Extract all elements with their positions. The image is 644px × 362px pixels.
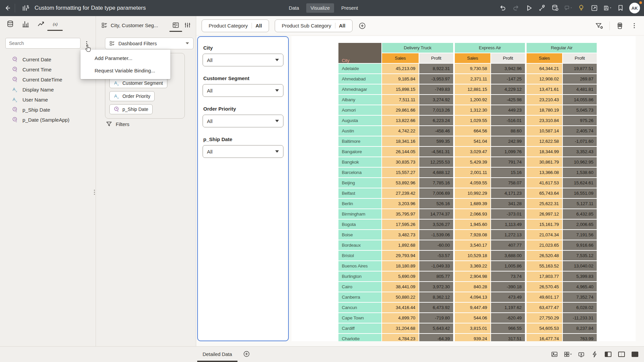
value-cell[interactable]: 1,312.30 [454,105,490,115]
insights-icon[interactable] [577,4,586,12]
value-cell[interactable]: 7,785.16 [419,178,453,188]
filters-section[interactable]: Filters [106,121,129,127]
canvas-tab-detailed-data[interactable]: Detailed Data [197,347,237,362]
city-cell[interactable]: Baltimore [338,136,381,146]
value-cell[interactable]: 805.77 [419,272,453,281]
value-cell[interactable]: 7,352.74 [563,292,597,302]
city-cell[interactable]: Aomori [338,105,381,115]
value-cell[interactable]: 664.56 [454,126,490,136]
value-cell[interactable]: 4,742.22 [382,126,419,136]
value-cell[interactable]: 2,006.65 [563,220,597,229]
city-cell[interactable]: Belfast [338,188,381,198]
value-cell[interactable]: 12,908.02 [526,74,562,84]
value-cell[interactable]: 13,366.08 [526,168,562,177]
value-cell[interactable]: 4,059.55 [454,178,490,188]
profit-column-header[interactable]: Profit [419,53,453,63]
value-cell[interactable]: 544.06 [454,313,490,323]
group-header[interactable]: Delivery Truck [382,43,453,53]
value-cell[interactable]: 18,341.16 [382,136,419,146]
value-cell[interactable]: 12,881.15 [454,84,490,94]
comments-icon[interactable] [564,4,573,12]
value-cell[interactable]: 7,006.69 [419,188,453,198]
filter-settings-icon[interactable] [595,21,604,30]
value-cell[interactable]: 4,094.13 [454,292,490,302]
city-cell[interactable]: Berlin [338,199,381,208]
value-cell[interactable]: 25,622.31 [526,199,562,208]
layout-split-icon[interactable] [617,350,626,359]
value-cell[interactable]: 1,029.55 [454,116,490,125]
value-cell[interactable]: 9,447.49 [454,303,490,312]
value-cell[interactable]: 2,405.74 [563,126,597,136]
value-cell[interactable]: 3,203.96 [382,199,419,208]
table-corner-header[interactable]: City [338,43,381,63]
group-header[interactable]: Regular Air [526,43,597,53]
value-cell[interactable]: 35,795.97 [382,209,419,219]
panel-resize-handle[interactable] [94,190,95,195]
dashboard-filter-select[interactable]: All [203,84,283,97]
value-cell[interactable]: 19,877.51 [563,64,597,73]
save-icon[interactable] [603,4,612,12]
value-cell[interactable]: 6,432.85 [563,209,597,219]
value-cell[interactable]: 5,690.09 [382,272,419,281]
value-cell[interactable]: 53,892.96 [382,178,419,188]
value-cell[interactable]: -1,539.06 [419,230,453,240]
value-cell[interactable]: -749.83 [419,84,453,94]
value-cell[interactable]: 341.28 [491,199,525,208]
city-cell[interactable]: Ahmednagar [338,84,381,94]
value-cell[interactable]: -719.80 [419,313,453,323]
value-cell[interactable]: 9,916.66 [563,240,597,250]
value-cell[interactable]: 15,624.61 [563,178,597,188]
value-cell[interactable]: 3,688.00 [491,251,525,260]
value-cell[interactable]: -53.57 [419,251,453,260]
value-cell[interactable]: 10,587.14 [526,126,562,136]
run-icon[interactable] [525,4,533,12]
value-cell[interactable]: 45,213.09 [382,64,419,73]
parameter-item[interactable]: xp_Date (SampleApp) [0,115,96,125]
city-cell[interactable]: Bangalore [338,147,381,157]
value-cell[interactable]: 15,161.79 [526,220,562,229]
value-cell[interactable]: 8,362.12 [419,292,453,302]
value-cell[interactable]: 23,210.43 [526,95,562,105]
dashboard-filter-select[interactable]: All [203,54,283,66]
value-cell[interactable]: 14,055.86 [563,95,597,105]
city-cell[interactable]: Cancun [338,303,381,312]
value-cell[interactable]: 49,601.17 [526,292,562,302]
value-cell[interactable]: 5,643.42 [419,323,453,333]
value-cell[interactable]: -425.98 [491,95,525,105]
value-cell[interactable]: 7,191.56 [563,230,597,240]
value-cell[interactable]: 41,617.53 [526,178,562,188]
value-cell[interactable]: 4,965.40 [563,282,597,292]
value-cell[interactable]: 26,997.12 [526,209,562,219]
value-cell[interactable]: 10,962.95 [563,157,597,167]
value-cell[interactable]: 26,520.48 [526,251,562,260]
value-cell[interactable]: 12,255.53 [419,157,453,167]
value-cell[interactable]: 15,557.27 [382,168,419,177]
value-cell[interactable]: 14,774.37 [419,209,453,219]
filter-pill[interactable]: Product Sub CategoryAll [275,19,353,32]
tools-icon[interactable] [538,4,546,12]
city-cell[interactable]: Beijing [338,178,381,188]
viz-type-select[interactable]: Dashboard Filters [105,38,194,49]
value-cell[interactable]: 541.04 [454,136,490,146]
value-cell[interactable]: -390.18 [491,282,525,292]
table-viz[interactable]: CityDelivery TruckExpress AirRegular Air… [291,36,636,341]
value-cell[interactable]: 6,223.24 [419,116,453,125]
value-cell[interactable]: 10,992.29 [454,188,490,198]
grammar-chip[interactable]: AxOrder Priority [109,91,155,101]
parameter-item[interactable]: AxDisplay Name [0,84,96,95]
value-cell[interactable]: 30,861.79 [526,157,562,167]
city-cell[interactable]: Charlotte [338,334,381,341]
value-cell[interactable]: 3,942.96 [491,64,525,73]
value-cell[interactable]: -620.49 [491,313,525,323]
value-cell[interactable]: 16,551.09 [563,188,597,198]
sidebar-tab-visualizations[interactable] [21,20,30,28]
city-cell[interactable]: Bristol [338,251,381,260]
layout-full-icon[interactable] [631,350,639,359]
value-cell[interactable]: 29,861.66 [382,105,419,115]
value-cell[interactable]: 1,538.60 [563,168,597,177]
value-cell[interactable]: 449.23 [491,105,525,115]
value-cell[interactable]: 12,622.58 [526,136,562,146]
value-cell[interactable]: 966.55 [491,323,525,333]
search-input[interactable] [5,38,80,49]
value-cell[interactable]: 1,197.62 [491,303,525,312]
